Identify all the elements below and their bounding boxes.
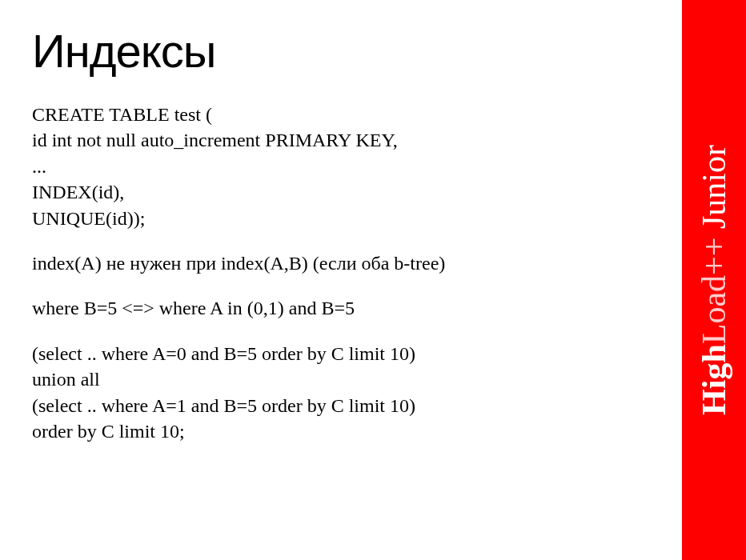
code-line: where B=5 <=> where A in (0,1) and B=5 — [32, 295, 650, 321]
code-line: (select .. where A=0 and B=5 order by C … — [32, 341, 650, 366]
brand-bold: High — [696, 344, 732, 415]
spacer — [32, 231, 650, 250]
spacer — [32, 276, 650, 295]
code-line: index(A) не нужен при index(A,B) (если о… — [32, 250, 650, 276]
code-line: ... — [32, 154, 650, 179]
brand-suffix: Junior — [696, 145, 732, 238]
code-line: union all — [32, 366, 650, 392]
code-line: CREATE TABLE test ( — [32, 102, 650, 127]
code-line: UNIQUE(id)); — [32, 206, 650, 231]
sidebar-brand: HighLoad++ Junior — [682, 0, 746, 560]
spacer — [32, 322, 650, 341]
brand-light: Load++ — [696, 238, 732, 345]
code-line: (select .. where A=1 and B=5 order by C … — [32, 393, 650, 418]
brand-logo: HighLoad++ Junior — [695, 145, 733, 415]
code-line: id int not null auto_increment PRIMARY K… — [32, 127, 650, 153]
slide-title: Индексы — [32, 24, 650, 78]
code-line: order by C limit 10; — [32, 418, 650, 444]
slide-content: Индексы CREATE TABLE test ( id int not n… — [0, 0, 682, 560]
code-block: CREATE TABLE test ( id int not null auto… — [32, 102, 650, 444]
code-line: INDEX(id), — [32, 179, 650, 205]
